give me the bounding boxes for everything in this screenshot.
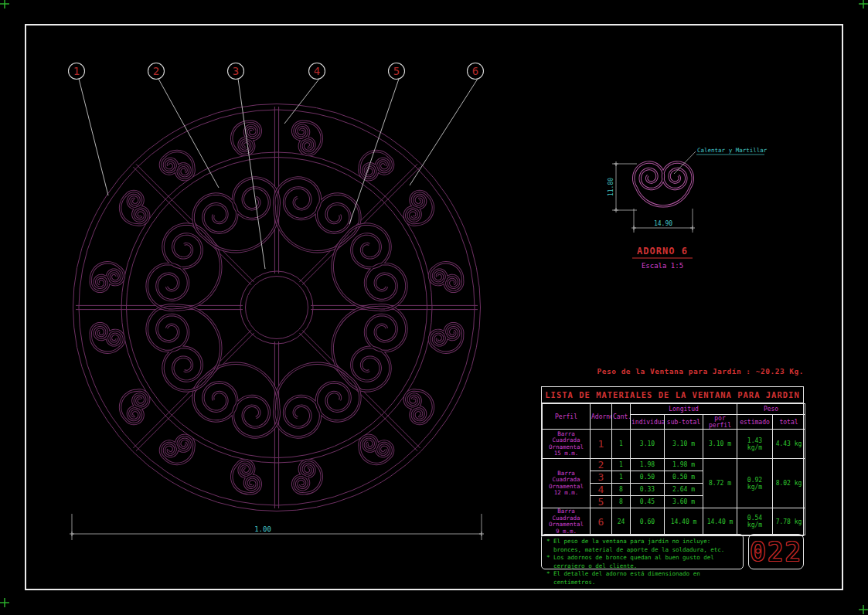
table-cell: 4.43 kg	[773, 430, 805, 459]
callout-number: 1	[73, 65, 80, 77]
ornament-heart-core	[634, 162, 693, 206]
table-cell: 3.60 m	[665, 496, 703, 508]
table-cell: 24	[612, 508, 631, 535]
callout-leader	[238, 79, 265, 269]
detail-title: ADORNO 6	[637, 246, 688, 257]
table-cell: 8	[612, 496, 631, 508]
table-cell: 6	[591, 508, 612, 535]
table-cell: 8.72 m	[703, 459, 737, 508]
callout-2[interactable]: 2	[148, 63, 220, 189]
table-row: Barra Cuadrada Ornamental 12 m.m.211.981…	[543, 459, 805, 471]
outer-ring	[73, 104, 481, 511]
note-line: * El peso de la ventana para jardín no i…	[546, 538, 739, 554]
table-cell: 8.02 kg	[773, 459, 805, 508]
outer-ring	[79, 110, 475, 505]
callout-3[interactable]: 3	[228, 63, 266, 270]
table-cell: 0.33	[631, 484, 665, 496]
table-cell: Barra Cuadrada Ornamental 12 m.m.	[543, 459, 591, 508]
table-cell: 14.40 m	[703, 508, 737, 535]
registration-plus-icon	[0, 0, 9, 8]
registration-plus-icon	[859, 605, 868, 614]
table-cell: 0.50 m	[665, 471, 703, 484]
table-cell: 3.10 m	[703, 430, 737, 459]
callout-number: 4	[314, 65, 320, 77]
table-cell: Barra Cuadrada Ornamental 15 m.m.	[543, 430, 591, 459]
callout-leader	[79, 79, 108, 195]
registration-plus-icon	[859, 0, 868, 8]
table-cell: 1	[612, 459, 631, 471]
middle-ring	[121, 152, 432, 463]
table-cell: 0.50	[631, 471, 665, 484]
detail-width-dim: 14.90	[654, 220, 672, 227]
detail-leader-label: Calentar y Martillar	[697, 147, 768, 154]
table-cell: 5	[591, 496, 612, 508]
callout-6[interactable]: 6	[410, 63, 484, 186]
main-dimension: 1.00	[70, 514, 484, 540]
table-cell: 0.54 kg/m	[737, 508, 773, 535]
middle-ring	[127, 158, 427, 458]
table-cell: 1	[612, 430, 631, 459]
col-header-peso: Peso	[737, 404, 805, 415]
table-cell: 3.10 m	[665, 430, 703, 459]
col-header-estimado: estimado	[737, 415, 773, 430]
col-header-total: total	[773, 415, 805, 430]
table-cell: 14.40 m	[665, 508, 703, 535]
note-line: * El detalle del adorno está dimensionad…	[546, 570, 739, 586]
callout-number: 5	[393, 65, 400, 77]
table-cell: 0.45	[631, 496, 665, 508]
col-header-longitud: Longitud	[631, 404, 737, 415]
table-row: Barra Cuadrada Ornamental 9 m.m.6240.601…	[543, 508, 805, 535]
col-header-adorno: Adorno	[591, 404, 612, 430]
detail-height-dim: 11.80	[608, 178, 614, 196]
weight-note: Peso de la Ventana para Jardín : ~20.23 …	[541, 367, 804, 375]
adorno-detail: 11.8014.90Calentar y MartillarADORNO 6Es…	[608, 147, 768, 270]
table-cell: Barra Cuadrada Ornamental 9 m.m.	[543, 508, 591, 535]
table-cell: 7.78 kg	[773, 508, 805, 535]
hub-ring	[240, 271, 313, 344]
window-rosette	[73, 104, 481, 511]
table-cell: 0.60	[631, 508, 665, 535]
callout-1[interactable]: 1	[69, 63, 109, 196]
callout-leader	[158, 79, 219, 188]
callout-number: 2	[153, 65, 159, 77]
registration-plus-icon	[0, 598, 9, 607]
table-cell: 2	[591, 459, 612, 471]
sheet-number: 022	[748, 534, 804, 569]
table-row: Barra Cuadrada Ornamental 15 m.m.113.103…	[543, 430, 805, 459]
hub-ring	[246, 277, 308, 339]
callout-number: 3	[233, 65, 239, 77]
callout-number: 6	[472, 65, 478, 77]
table-cell: 3.10	[631, 430, 665, 459]
table-cell: 0.92 kg/m	[737, 459, 773, 508]
table-cell: 1.98 m	[665, 459, 703, 471]
callout-leader	[410, 79, 478, 185]
table-cell: 1	[591, 430, 612, 459]
dimension-label: 1.00	[254, 525, 271, 533]
col-header-individual: individual	[631, 415, 665, 430]
table-cell: 4	[591, 484, 612, 496]
table-cell: 2.64 m	[665, 484, 703, 496]
table-cell: 1.43 kg/m	[737, 430, 773, 459]
materials-table: LISTA DE MATERIALES DE LA VENTANA PARA J…	[541, 386, 804, 536]
col-header-perfil: Perfil	[543, 404, 591, 430]
table-cell: 1	[612, 471, 631, 484]
notes-box: * El peso de la ventana para jardín no i…	[541, 534, 744, 569]
table-cell: 1.98	[631, 459, 665, 471]
col-header-cant: Cant.	[612, 404, 631, 430]
materials-table-title: LISTA DE MATERIALES DE LA VENTANA PARA J…	[542, 387, 803, 403]
table-cell: 8	[612, 484, 631, 496]
table-cell: 3	[591, 471, 612, 484]
col-header-subtotal: sub-total	[665, 415, 703, 430]
detail-scale-label: Escala 1:5	[642, 262, 683, 270]
col-header-por-perfil: por perfil	[703, 415, 737, 430]
materials-grid: Perfil Adorno Cant. Longitud Peso indivi…	[542, 403, 805, 535]
note-line: * Los adornos de bronce quedan al buen g…	[546, 554, 739, 570]
callout-5[interactable]: 5	[349, 63, 405, 225]
callout-leader	[284, 79, 319, 124]
cad-sheet[interactable]: 1234561.0011.8014.90Calentar y Martillar…	[0, 0, 868, 615]
